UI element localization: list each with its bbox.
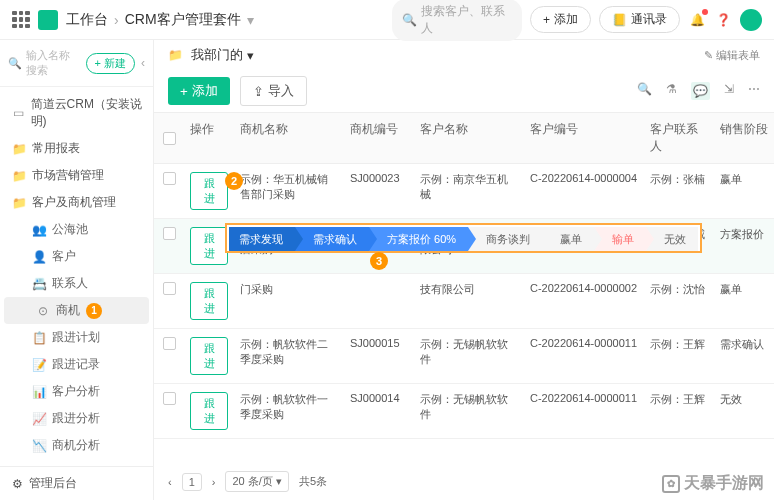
table-row[interactable]: 跟进示例：帆软软件二季度采购SJ000015示例：无锡帆软软件C-2022061… xyxy=(154,329,774,384)
search-icon[interactable]: 🔍 xyxy=(637,82,652,100)
sidebar-sub-opportunity[interactable]: ⊙商机1 xyxy=(4,297,149,324)
page-input[interactable]: 1 xyxy=(182,473,202,491)
cell-contact: 示例：张楠 xyxy=(644,164,714,195)
watermark-text: 天暴手游网 xyxy=(684,473,764,494)
sidebar-sub-custanalysis[interactable]: 📊客户分析 xyxy=(0,378,153,405)
chevron-down-icon[interactable]: ▾ xyxy=(247,12,254,28)
cell-no: SJ000023 xyxy=(344,164,414,192)
item-label: 商机分析 xyxy=(52,437,100,454)
sidebar-item[interactable]: ▭简道云CRM（安装说明) xyxy=(0,91,153,135)
edit-form-link[interactable]: ✎ 编辑表单 xyxy=(704,48,760,63)
collapse-icon[interactable]: ‹ xyxy=(141,56,145,70)
page-prev[interactable]: ‹ xyxy=(168,476,172,488)
watermark: ✿ 天暴手游网 xyxy=(662,473,764,494)
import-button[interactable]: ⇪导入 xyxy=(240,76,307,106)
follow-button[interactable]: 跟进 xyxy=(190,392,228,430)
stage-quote[interactable]: 方案报价 60% xyxy=(369,227,468,251)
item-label: 商机 xyxy=(56,302,80,319)
cell-custno: C-20220614-0000002 xyxy=(524,274,644,302)
add-label: 添加 xyxy=(192,82,218,100)
stage-confirm[interactable]: 需求确认 xyxy=(295,227,369,251)
item-label: 常用报表 xyxy=(32,140,80,157)
add-record-button[interactable]: +添加 xyxy=(168,77,230,105)
page-next[interactable]: › xyxy=(212,476,216,488)
col-contact: 客户联系人 xyxy=(644,113,714,163)
cell-cust: 技有限公司 xyxy=(414,274,524,305)
cell-stage: 方案报价 xyxy=(714,219,774,250)
contacts-button[interactable]: 📒 通讯录 xyxy=(599,6,680,33)
admin-label: 管理后台 xyxy=(29,475,77,492)
comment-icon[interactable]: 💬 xyxy=(691,82,710,100)
cell-contact: 示例：王辉 xyxy=(644,384,714,415)
follow-button[interactable]: 跟进 xyxy=(190,227,228,265)
sidebar-item[interactable]: 📁产品报价管理 xyxy=(0,459,153,466)
notifications-icon[interactable]: 🔔 xyxy=(688,11,706,29)
list-icon: 📋 xyxy=(32,331,46,345)
breadcrumb: 工作台 › CRM客户管理套件 ▾ xyxy=(66,11,254,29)
follow-button[interactable]: 跟进 xyxy=(190,337,228,375)
target-icon: ⊙ xyxy=(36,304,50,318)
sidebar-item[interactable]: 📁常用报表 xyxy=(0,135,153,162)
cell-stage: 赢单 xyxy=(714,274,774,305)
global-search[interactable]: 🔍 搜索客户、联系人 xyxy=(392,0,522,41)
col-cust: 客户名称 xyxy=(414,113,524,163)
annotation-badge-3: 3 xyxy=(370,252,388,270)
users-icon: 👥 xyxy=(32,223,46,237)
sidebar-sub-oppanalysis[interactable]: 📉商机分析 xyxy=(0,432,153,459)
follow-button[interactable]: 跟进 xyxy=(190,282,228,320)
search-placeholder: 搜索客户、联系人 xyxy=(421,3,512,37)
import-icon: ⇪ xyxy=(253,84,264,99)
sidebar-item[interactable]: 📁市场营销管理 xyxy=(0,162,153,189)
view-selector[interactable]: 我部门的 ▾ xyxy=(191,46,254,64)
plus-icon: + xyxy=(180,84,188,99)
cell-custno: C-20220614-0000011 xyxy=(524,384,644,412)
stage-negotiate[interactable]: 商务谈判 xyxy=(468,227,542,251)
item-label: 客户 xyxy=(52,248,76,265)
cell-cust: 示例：无锡帆软软件 xyxy=(414,329,524,375)
apps-grid-icon[interactable] xyxy=(12,11,30,29)
admin-link[interactable]: ⚙ 管理后台 xyxy=(0,466,153,500)
user-icon: 👤 xyxy=(32,250,46,264)
follow-button[interactable]: 跟进 xyxy=(190,172,228,210)
item-label: 联系人 xyxy=(52,275,88,292)
row-checkbox[interactable] xyxy=(163,172,176,185)
sidebar-sub-followanalysis[interactable]: 📈跟进分析 xyxy=(0,405,153,432)
export-icon[interactable]: ⇲ xyxy=(724,82,734,100)
row-checkbox[interactable] xyxy=(163,227,176,240)
new-button[interactable]: + 新建 xyxy=(86,53,135,74)
row-checkbox[interactable] xyxy=(163,282,176,295)
table-row[interactable]: 跟进门采购技有限公司C-20220614-0000002示例：沈怡赢单 xyxy=(154,274,774,329)
crumb-workspace[interactable]: 工作台 xyxy=(66,11,108,29)
user-avatar[interactable] xyxy=(740,9,762,31)
gear-icon: ⚙ xyxy=(12,477,23,491)
form-icon: ▭ xyxy=(12,106,25,120)
sidebar-sub-plan[interactable]: 📋跟进计划 xyxy=(0,324,153,351)
page-size-select[interactable]: 20 条/页 ▾ xyxy=(225,471,288,492)
contacts-icon: 📒 xyxy=(612,13,627,27)
crumb-app[interactable]: CRM客户管理套件 xyxy=(125,11,241,29)
cell-stage: 赢单 xyxy=(714,164,774,195)
filter-icon[interactable]: ⚗ xyxy=(666,82,677,100)
table-row[interactable]: 跟进示例：帆软软件一季度采购SJ000014示例：无锡帆软软件C-2022061… xyxy=(154,384,774,439)
cell-custno: C-20220614-0000011 xyxy=(524,329,644,357)
cell-cust: 示例：南京华五机械 xyxy=(414,164,524,210)
chevron-right-icon: › xyxy=(114,12,119,28)
help-icon[interactable]: ❓ xyxy=(714,11,732,29)
row-checkbox[interactable] xyxy=(163,392,176,405)
row-checkbox[interactable] xyxy=(163,337,176,350)
sidebar-sub-record[interactable]: 📝跟进记录 xyxy=(0,351,153,378)
col-no: 商机编号 xyxy=(344,113,414,163)
sidebar-sub-pool[interactable]: 👥公海池 xyxy=(0,216,153,243)
cell-no: SJ000014 xyxy=(344,384,414,412)
col-name: 商机名称 xyxy=(234,113,344,163)
sidebar-sub-contact[interactable]: 📇联系人 xyxy=(0,270,153,297)
select-all-checkbox[interactable] xyxy=(163,132,176,145)
more-icon[interactable]: ⋯ xyxy=(748,82,760,100)
add-button[interactable]: + 添加 xyxy=(530,6,591,33)
stage-discover[interactable]: 需求发现 xyxy=(229,227,295,251)
table-row[interactable]: 跟进示例：华五机械销售部门采购SJ000023示例：南京华五机械C-202206… xyxy=(154,164,774,219)
sidebar-sub-customer[interactable]: 👤客户 xyxy=(0,243,153,270)
edit-icon: ✎ xyxy=(704,49,713,61)
sidebar-item[interactable]: 📁客户及商机管理 xyxy=(0,189,153,216)
sidebar-search[interactable]: 🔍 输入名称搜索 xyxy=(8,48,80,78)
